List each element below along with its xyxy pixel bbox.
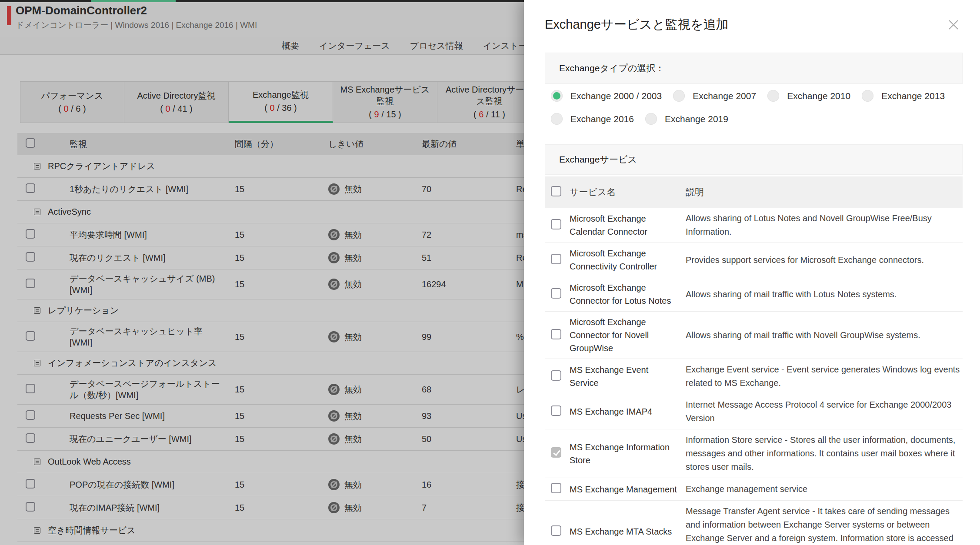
radio-label: Exchange 2019 (665, 114, 728, 124)
service-name: MS Exchange Management (570, 483, 686, 496)
radio-icon (551, 90, 563, 102)
exchange-services-section: Exchangeサービス (545, 144, 963, 175)
service-name: MS Exchange Event Service (570, 363, 686, 389)
service-description: Information Store service - Stores all t… (686, 433, 963, 474)
service-description: Internet Message Access Protocol 4 servi… (686, 398, 963, 425)
radio-exchange-2019[interactable]: Exchange 2019 (645, 113, 728, 125)
radio-label: Exchange 2007 (693, 91, 756, 101)
radio-exchange-2007[interactable]: Exchange 2007 (673, 90, 756, 102)
radio-exchange-2000-2003[interactable]: Exchange 2000 / 2003 (551, 90, 662, 102)
service-checkbox[interactable] (551, 288, 561, 299)
service-checkbox[interactable] (551, 525, 561, 536)
radio-icon (551, 113, 563, 125)
app-screen: OPM-DomainController2 ドメインコントローラー | Wind… (0, 0, 980, 545)
service-description: Message Transfer Agent service - It take… (686, 505, 963, 545)
service-row: Microsoft Exchange Connector for Novell … (545, 312, 963, 359)
radio-icon (645, 113, 657, 125)
exchange-services-label: Exchangeサービス (559, 153, 637, 166)
service-description: Provides support services for Microsoft … (686, 253, 963, 267)
service-description: Allows sharing of Lotus Notes and Novell… (686, 212, 963, 239)
radio-label: Exchange 2000 / 2003 (570, 91, 662, 101)
radio-label: Exchange 2016 (570, 114, 634, 124)
radio-exchange-2013[interactable]: Exchange 2013 (862, 90, 945, 102)
radio-exchange-2016[interactable]: Exchange 2016 (551, 113, 634, 125)
service-checkbox[interactable] (551, 254, 561, 264)
service-description: Exchange management service (686, 482, 963, 496)
service-checkbox[interactable] (551, 329, 561, 339)
dialog-title: Exchangeサービスと監視を追加 (545, 16, 728, 33)
service-row: Microsoft Exchange Connectivity Controll… (545, 243, 963, 277)
radio-label: Exchange 2013 (881, 91, 945, 101)
service-checkbox[interactable] (551, 483, 561, 493)
service-description: Exchange Event service - Event service g… (686, 363, 963, 390)
add-exchange-services-dialog: Exchangeサービスと監視を追加 Exchangeタイプの選択： Excha… (524, 0, 980, 545)
service-checkbox[interactable] (551, 370, 561, 381)
service-checkbox[interactable] (551, 219, 561, 229)
radio-icon (673, 90, 685, 102)
exchange-type-section: Exchangeタイプの選択： (545, 53, 963, 84)
close-icon (946, 17, 961, 32)
column-header-description: 説明 (686, 186, 963, 198)
column-header-service-name: サービス名 (570, 186, 686, 198)
services-table-header: サービス名 説明 (545, 176, 963, 208)
service-row: MS Exchange Information StoreInformation… (545, 429, 963, 478)
exchange-type-options: Exchange 2000 / 2003Exchange 2007Exchang… (545, 90, 963, 125)
service-row: MS Exchange MTA StacksMessage Transfer A… (545, 501, 963, 545)
service-name: MS Exchange IMAP4 (570, 405, 686, 418)
service-name: Microsoft Exchange Connector for Lotus N… (570, 281, 686, 307)
exchange-type-label: Exchangeタイプの選択： (559, 62, 664, 74)
service-checkbox[interactable] (551, 405, 561, 416)
service-name: MS Exchange Information Store (570, 441, 686, 467)
select-all-services-checkbox[interactable] (551, 186, 561, 196)
radio-label: Exchange 2010 (787, 91, 850, 101)
service-name: Microsoft Exchange Calendar Connector (570, 212, 686, 238)
service-row: MS Exchange IMAP4Internet Message Access… (545, 394, 963, 429)
service-row: MS Exchange Event ServiceExchange Event … (545, 359, 963, 394)
service-row: Microsoft Exchange Connector for Lotus N… (545, 277, 963, 312)
service-name: Microsoft Exchange Connectivity Controll… (570, 247, 686, 273)
service-row: Microsoft Exchange Calendar ConnectorAll… (545, 208, 963, 243)
close-button[interactable] (944, 16, 963, 34)
service-description: Allows sharing of mail traffic with Lotu… (686, 288, 963, 301)
service-description: Allows sharing of mail traffic with Nove… (686, 329, 963, 342)
service-row: MS Exchange ManagementExchange managemen… (545, 478, 963, 501)
radio-icon (862, 90, 873, 102)
service-name: Microsoft Exchange Connector for Novell … (570, 316, 686, 355)
radio-exchange-2010[interactable]: Exchange 2010 (767, 90, 850, 102)
service-name: MS Exchange MTA Stacks (570, 525, 686, 538)
radio-icon (767, 90, 779, 102)
service-checkbox (551, 447, 561, 458)
